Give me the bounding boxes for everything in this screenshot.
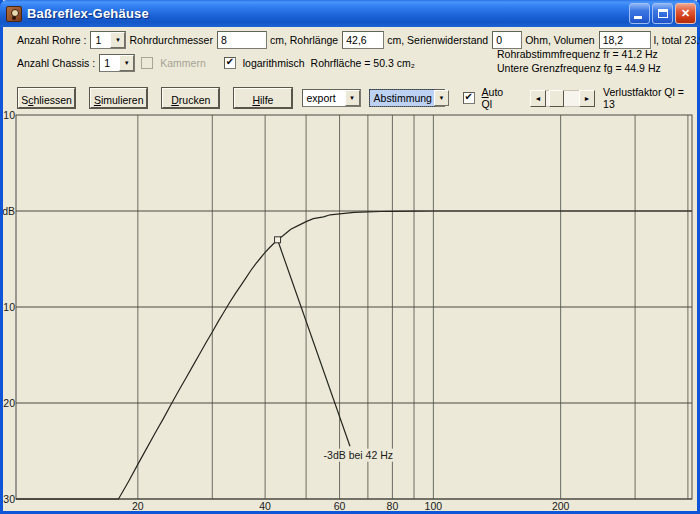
close-icon: ✕: [681, 7, 690, 19]
maximize-icon: [658, 9, 668, 18]
auto-ql-checkbox[interactable]: [463, 92, 475, 104]
ql-scrollbar[interactable]: ◄ ►: [530, 90, 595, 107]
auto-ql-label: Auto Ql: [482, 86, 516, 110]
rohrdurchmesser-input[interactable]: 8: [217, 31, 267, 49]
export-value: export: [303, 90, 345, 106]
x-axis-tick-label: 80: [387, 500, 399, 511]
anzahl-rohre-label: Anzahl Rohre :: [17, 34, 86, 46]
window-title: Baßreflex-Gehäuse: [27, 6, 629, 21]
x-axis-tick-label: 20: [132, 500, 144, 511]
serienwiderstand-label: cm, Serienwiderstand: [387, 34, 488, 46]
scroll-track[interactable]: [546, 90, 579, 107]
minus3db-annotation: -3dB bei 42 Hz: [324, 449, 393, 461]
rohrdurchmesser-label: Rohrdurchmesser: [129, 34, 212, 46]
anzahl-chassis-select[interactable]: 1 ▼: [99, 54, 135, 72]
logarithmisch-checkbox[interactable]: [224, 57, 236, 69]
drucken-button[interactable]: Drucken: [162, 88, 219, 108]
verlustfaktor-label: Verlustfaktor Ql = 13: [603, 86, 697, 110]
scroll-right-button[interactable]: ►: [579, 90, 595, 107]
anzahl-rohre-select[interactable]: 1 ▼: [90, 31, 126, 49]
y-axis-tick-label: -20: [3, 397, 15, 409]
simulieren-button[interactable]: Simulieren: [90, 88, 147, 108]
close-button[interactable]: ✕: [675, 3, 696, 24]
x-axis-tick-label: 60: [334, 500, 346, 511]
y-axis-tick-label: 0dB: [3, 205, 15, 217]
rohrlaenge-input[interactable]: 42,6: [342, 31, 384, 49]
x-axis-tick-label: 200: [552, 500, 570, 511]
scroll-left-button[interactable]: ◄: [530, 90, 546, 107]
abstimmung-select[interactable]: Abstimmung ▼: [369, 89, 445, 107]
logarithmisch-label: logarithmisch: [243, 57, 305, 69]
app-icon: [6, 6, 22, 22]
y-axis-tick-label: -10: [3, 301, 15, 313]
frequency-info: Rohrabstimmfrequenz fr = 41.2 Hz Untere …: [497, 47, 661, 75]
export-select[interactable]: export ▼: [302, 89, 361, 107]
toolbar: Schliessen Simulieren Drucken Hilfe expo…: [3, 86, 697, 110]
app-window: Baßreflex-Gehäuse ✕ Anzahl Rohre : 1 ▼ R…: [0, 0, 700, 514]
window-titlebar[interactable]: Baßreflex-Gehäuse ✕: [0, 0, 700, 27]
minimize-icon: [634, 16, 642, 19]
chevron-down-icon[interactable]: ▼: [119, 55, 134, 71]
minimize-button[interactable]: [629, 3, 650, 24]
chevron-down-icon[interactable]: ▼: [434, 90, 449, 106]
anzahl-chassis-value: 1: [100, 55, 119, 71]
form-row-2: Anzahl Chassis : 1 ▼ Kammern logarithmis…: [14, 54, 419, 72]
rohrabstimmfrequenz-label: Rohrabstimmfrequenz fr = 41.2 Hz: [497, 47, 661, 61]
volumen-total-label: l, total 23.9 l: [654, 34, 700, 46]
grenzfrequenz-label: Untere Grenzfrequenz fg = 44.9 Hz: [497, 61, 661, 75]
hilfe-button[interactable]: Hilfe: [234, 88, 291, 108]
chevron-down-icon[interactable]: ▼: [110, 32, 125, 48]
x-axis-tick-label: 100: [425, 500, 443, 511]
minus3db-marker: [275, 237, 281, 243]
schliessen-button[interactable]: Schliessen: [18, 88, 75, 108]
frequency-response-chart: -3dB bei 42 Hz20406080100200100dB-10-20-…: [3, 110, 697, 511]
abstimmung-value: Abstimmung: [370, 90, 434, 106]
y-axis-tick-label: 10: [3, 110, 15, 121]
scroll-thumb[interactable]: [549, 90, 564, 107]
kammern-checkbox: [141, 57, 153, 69]
y-axis-tick-label: -30: [3, 493, 15, 505]
volumen-label: Ohm, Volumen: [525, 34, 594, 46]
chevron-down-icon[interactable]: ▼: [345, 90, 360, 106]
rohrlaenge-label: cm, Rohrlänge: [270, 34, 338, 46]
anzahl-rohre-value: 1: [91, 32, 110, 48]
maximize-button[interactable]: [652, 3, 673, 24]
anzahl-chassis-label: Anzahl Chassis :: [17, 57, 95, 69]
kammern-label: Kammern: [160, 57, 206, 69]
rohrflaeche-label: Rohrfläche = 50.3 cm₂: [311, 57, 415, 69]
x-axis-tick-label: 40: [259, 500, 271, 511]
form-area: Anzahl Rohre : 1 ▼ Rohrdurchmesser 8 cm,…: [3, 27, 697, 86]
